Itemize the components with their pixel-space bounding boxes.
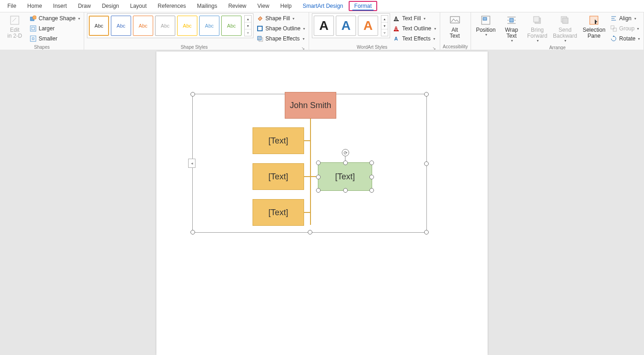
smartart-frame[interactable]: ◂ John Smith [Text] [Text] [Text] [Text]… xyxy=(192,94,427,233)
chevron-down-icon: ▾ xyxy=(638,37,640,41)
smartart-node-selected[interactable]: [Text] ⟳ xyxy=(318,162,372,191)
svg-rect-6 xyxy=(32,38,34,40)
document-canvas[interactable]: ◂ John Smith [Text] [Text] [Text] [Text]… xyxy=(0,50,644,355)
group-shape-styles: Abc Abc Abc Abc Abc Abc Abc ▴ ▾ ▿ Shape … xyxy=(84,12,309,50)
tab-view[interactable]: View xyxy=(252,1,275,11)
selection-pane-button[interactable]: Selection Pane xyxy=(581,13,607,40)
frame-handle[interactable] xyxy=(424,161,429,166)
gallery-more-icon[interactable]: ▿ xyxy=(245,29,251,36)
shape-outline-button[interactable]: Shape Outline▾ xyxy=(255,23,306,34)
position-button[interactable]: Position▾ xyxy=(474,13,498,38)
frame-handle[interactable] xyxy=(190,92,195,97)
smaller-button[interactable]: Smaller xyxy=(29,34,81,44)
align-button[interactable]: Align▾ xyxy=(609,13,641,23)
frame-handle[interactable] xyxy=(424,92,429,97)
chevron-down-icon: ▾ xyxy=(78,17,80,21)
smartart-node-root[interactable]: John Smith xyxy=(285,92,336,119)
node-handle[interactable] xyxy=(316,188,321,193)
svg-text:A: A xyxy=(394,36,398,41)
gallery-down-icon[interactable]: ▾ xyxy=(381,23,388,29)
smartart-node[interactable]: [Text] xyxy=(253,163,304,190)
svg-rect-7 xyxy=(258,26,262,31)
tab-review[interactable]: Review xyxy=(223,1,252,11)
shape-fill-button[interactable]: Shape Fill▾ xyxy=(255,13,306,23)
send-backward-icon xyxy=(559,14,571,26)
tab-layout[interactable]: Layout xyxy=(125,1,152,11)
frame-handle[interactable] xyxy=(424,230,429,235)
tab-insert[interactable]: Insert xyxy=(47,1,72,11)
node-handle[interactable] xyxy=(343,160,348,165)
wordart-swatch-1[interactable]: A xyxy=(314,16,334,36)
tab-format[interactable]: Format xyxy=(349,1,377,11)
svg-rect-4 xyxy=(32,27,34,30)
node-handle[interactable] xyxy=(369,188,374,193)
smartart-node[interactable]: [Text] xyxy=(253,127,304,154)
edit-in-2d-button[interactable]: Edit in 2-D xyxy=(3,13,27,40)
larger-button[interactable]: Larger xyxy=(29,23,81,34)
shape-styles-gallery[interactable]: Abc Abc Abc Abc Abc Abc Abc ▴ ▾ ▿ xyxy=(87,13,253,38)
wordart-swatch-3[interactable]: A xyxy=(358,16,378,36)
group-objects-button[interactable]: Group▾ xyxy=(609,23,641,34)
group-wordart-styles: A A A ▴ ▾ ▿ AText Fill▾ AText Outline▾ A… xyxy=(309,12,440,50)
group-icon xyxy=(610,25,617,32)
page[interactable]: ◂ John Smith [Text] [Text] [Text] [Text]… xyxy=(156,52,488,355)
wordart-gallery[interactable]: A A A ▴ ▾ ▿ xyxy=(312,13,390,38)
group-accessibility: Alt Text Accessibility xyxy=(440,12,471,50)
text-fill-icon: A xyxy=(393,15,400,22)
text-outline-icon: A xyxy=(393,25,400,32)
text-outline-button[interactable]: AText Outline▾ xyxy=(392,23,437,34)
svg-rect-13 xyxy=(394,30,399,31)
gallery-down-icon[interactable]: ▾ xyxy=(245,23,251,29)
svg-rect-17 xyxy=(483,17,487,20)
tab-smartart-design[interactable]: SmartArt Design xyxy=(297,1,349,11)
style-swatch-2[interactable]: Abc xyxy=(111,16,131,36)
style-swatch-1[interactable]: Abc xyxy=(89,16,109,36)
group-label-accessibility: Accessibility xyxy=(443,43,468,50)
alt-text-icon xyxy=(449,14,461,26)
shape-outline-icon xyxy=(256,25,264,32)
gallery-up-icon[interactable]: ▴ xyxy=(245,16,251,23)
text-pane-toggle[interactable]: ◂ xyxy=(188,159,196,168)
svg-rect-31 xyxy=(611,26,614,29)
gallery-up-icon[interactable]: ▴ xyxy=(381,16,388,23)
tab-file[interactable]: File xyxy=(2,1,22,11)
style-swatch-5[interactable]: Abc xyxy=(177,16,197,36)
tab-draw[interactable]: Draw xyxy=(72,1,96,11)
frame-handle[interactable] xyxy=(308,230,312,235)
frame-handle[interactable] xyxy=(190,230,195,235)
wordart-swatch-2[interactable]: A xyxy=(336,16,356,36)
larger-icon xyxy=(29,25,37,32)
shape-effects-button[interactable]: Shape Effects▾ xyxy=(255,34,306,44)
rotate-handle-icon[interactable]: ⟳ xyxy=(342,149,349,156)
rotate-button[interactable]: Rotate▾ xyxy=(609,34,641,44)
connector xyxy=(303,176,310,177)
chevron-down-icon: ▾ xyxy=(637,27,639,31)
svg-rect-27 xyxy=(590,16,598,24)
bring-forward-button[interactable]: Bring Forward▾ xyxy=(525,13,549,44)
change-shape-button[interactable]: Change Shape▾ xyxy=(29,13,81,23)
tab-references[interactable]: References xyxy=(152,1,191,11)
smartart-node[interactable]: [Text] xyxy=(253,199,304,226)
style-swatch-7[interactable]: Abc xyxy=(221,16,242,36)
tab-mailings[interactable]: Mailings xyxy=(191,1,223,11)
node-handle[interactable] xyxy=(343,188,348,193)
tab-home[interactable]: Home xyxy=(22,1,47,11)
style-swatch-3[interactable]: Abc xyxy=(133,16,153,36)
node-handle[interactable] xyxy=(369,160,374,165)
alt-text-button[interactable]: Alt Text xyxy=(443,13,467,40)
chevron-down-icon: ▾ xyxy=(511,39,513,43)
node-handle[interactable] xyxy=(369,175,374,179)
node-handle[interactable] xyxy=(316,175,321,179)
style-swatch-6[interactable]: Abc xyxy=(199,16,219,36)
text-effects-button[interactable]: AText Effects▾ xyxy=(392,34,437,44)
wrap-text-button[interactable]: Wrap Text▾ xyxy=(500,13,523,44)
gallery-more-icon[interactable]: ▿ xyxy=(381,29,388,36)
style-swatch-4[interactable]: Abc xyxy=(155,16,175,36)
text-fill-button[interactable]: AText Fill▾ xyxy=(392,13,437,23)
connector xyxy=(310,118,311,225)
tab-help[interactable]: Help xyxy=(275,1,297,11)
node-handle[interactable] xyxy=(316,160,321,165)
svg-rect-26 xyxy=(563,18,568,23)
tab-design[interactable]: Design xyxy=(96,1,124,11)
send-backward-button[interactable]: Send Backward▾ xyxy=(551,13,579,44)
